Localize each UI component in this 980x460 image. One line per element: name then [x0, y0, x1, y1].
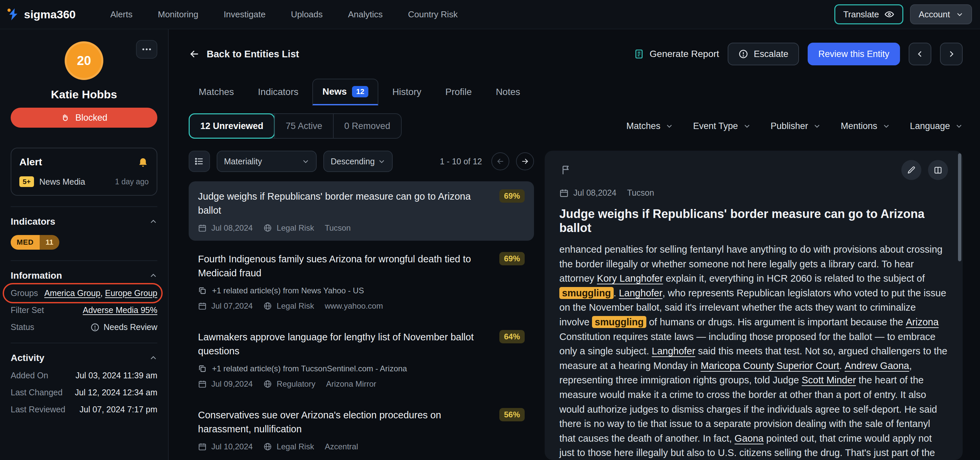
chevron-up-icon[interactable] [150, 272, 158, 280]
chevron-down-icon [302, 158, 309, 165]
entity-link[interactable]: Andrew Gaona [845, 360, 909, 371]
language-filter-dropdown[interactable]: Language [910, 121, 963, 131]
alert-count-badge: 5+ [19, 176, 34, 187]
filter-dropdowns: Matches Event Type Publisher Mentions La… [626, 121, 963, 131]
added-on-value: Jul 03, 2024 11:39 am [75, 371, 158, 380]
news-item[interactable]: Conservatives sue over Arizona's electio… [189, 400, 534, 459]
status-value: Needs Review [90, 322, 158, 332]
chevron-up-icon[interactable] [150, 354, 158, 362]
sort-field-value: Materiality [224, 157, 262, 166]
tab-news[interactable]: News 12 [312, 79, 378, 105]
nav-item-country-risk[interactable]: Country Risk [408, 10, 458, 20]
review-entity-button[interactable]: Review this Entity [808, 43, 900, 65]
materiality-score-badge: 69% [500, 252, 525, 265]
article-text: . [614, 288, 619, 298]
account-button[interactable]: Account [910, 4, 972, 24]
tab-matches[interactable]: Matches [189, 80, 244, 105]
next-entity-button[interactable] [940, 43, 963, 65]
sigma360-logo-icon [7, 8, 20, 21]
calendar-icon [198, 442, 207, 451]
group-link-europe[interactable]: Europe Group [105, 288, 158, 298]
list-view-button[interactable] [189, 151, 210, 172]
last-reviewed-value: Jul 07, 2024 7:17 pm [80, 405, 158, 414]
top-navbar: sigma360 Alerts Monitoring Investigate U… [0, 0, 980, 29]
news-list-panel: Materiality Descending 1 - 10 of 12 [189, 151, 534, 460]
entity-link[interactable]: Maricopa County Superior Court [701, 360, 839, 371]
nav-item-monitoring[interactable]: Monitoring [158, 10, 198, 20]
filter-set-link[interactable]: Adverse Media 95% [83, 305, 158, 315]
news-item-title: Lawmakers approve language for lengthy l… [198, 330, 492, 358]
entity-link[interactable]: Gaona [735, 433, 764, 444]
segment-removed[interactable]: 0 Removed [333, 114, 401, 138]
tab-profile[interactable]: Profile [435, 80, 482, 105]
tab-indicators[interactable]: Indicators [248, 80, 308, 105]
related-articles-icon [198, 287, 207, 295]
alert-time: 1 day ago [115, 177, 149, 186]
sort-field-select[interactable]: Materiality [217, 151, 317, 172]
previous-page-button[interactable] [492, 152, 509, 170]
translate-button[interactable]: Translate [834, 4, 903, 24]
escalate-button[interactable]: Escalate [728, 43, 799, 65]
news-item[interactable]: Lawmakers approve language for lengthy l… [189, 322, 534, 397]
eye-icon [885, 10, 894, 19]
highlighted-term: smuggling [559, 287, 614, 299]
tab-history[interactable]: History [382, 80, 431, 105]
entity-link[interactable]: Langhofer [619, 288, 663, 298]
segment-unreviewed[interactable]: 12 Unreviewed [189, 113, 275, 138]
related-articles-row[interactable]: +1 related article(s) from News Yahoo - … [198, 286, 525, 295]
chevron-down-icon [743, 123, 751, 130]
tab-notes[interactable]: Notes [486, 80, 530, 105]
nav-item-analytics[interactable]: Analytics [348, 10, 383, 20]
med-indicator-pill[interactable]: MED 11 [11, 235, 59, 250]
related-articles-row[interactable]: +1 related article(s) from TucsonSentine… [198, 364, 525, 373]
blocked-status-button[interactable]: Blocked [11, 108, 158, 128]
entity-link[interactable]: Arizona [906, 317, 939, 327]
activity-row-reviewed: Last Reviewed Jul 07, 2024 7:17 pm [11, 405, 158, 414]
article-text: of humans or drugs. His argument is impo… [646, 317, 906, 327]
activity-row-added: Added On Jul 03, 2024 11:39 am [11, 371, 158, 380]
review-status-segments: 12 Unreviewed 75 Active 0 Removed [189, 113, 402, 138]
news-item-title: Fourth Indigenous family sues Arizona fo… [198, 252, 492, 280]
ellipsis-icon [142, 48, 151, 51]
chevron-down-icon [956, 11, 963, 18]
news-item-source: Azcentral [325, 442, 358, 451]
group-link-america[interactable]: America Group [45, 288, 100, 298]
nav-item-alerts[interactable]: Alerts [110, 10, 132, 20]
nav-item-investigate[interactable]: Investigate [224, 10, 266, 20]
news-item[interactable]: Fourth Indigenous family sues Arizona fo… [189, 244, 534, 319]
brand-logo[interactable]: sigma360 [7, 8, 76, 21]
nav-item-uploads[interactable]: Uploads [291, 10, 323, 20]
related-articles-label: +1 related article(s) from TucsonSentine… [212, 364, 407, 373]
flag-article-button[interactable] [559, 163, 573, 177]
event-type-filter-label: Event Type [693, 121, 738, 131]
news-item[interactable]: Judge weighs if Republicans' border meas… [189, 181, 534, 241]
groups-label: Groups [11, 288, 38, 298]
sidebar-more-button[interactable] [136, 40, 158, 59]
alert-circle-icon [90, 323, 100, 332]
segment-active[interactable]: 75 Active [274, 114, 333, 138]
event-type-filter-dropdown[interactable]: Event Type [693, 121, 751, 131]
next-page-button[interactable] [516, 152, 534, 170]
edit-article-button[interactable] [901, 160, 921, 180]
news-item-title: Judge weighs if Republicans' border meas… [198, 189, 492, 217]
scrollbar-thumb[interactable] [958, 153, 961, 261]
back-to-entities-button[interactable]: Back to Entities List [189, 48, 299, 60]
layout-view-button[interactable] [928, 160, 948, 180]
mentions-filter-dropdown[interactable]: Mentions [841, 121, 890, 131]
matches-filter-dropdown[interactable]: Matches [626, 121, 673, 131]
entity-link[interactable]: Kory Langhofer [597, 273, 663, 284]
med-count: 11 [40, 235, 59, 250]
sort-order-select[interactable]: Descending [323, 151, 393, 172]
previous-entity-button[interactable] [908, 43, 931, 65]
article-meta: Jul 08,2024 Tucson [559, 188, 948, 198]
chevron-up-icon[interactable] [150, 218, 158, 226]
entity-link[interactable]: Langhofer [652, 346, 695, 357]
publisher-filter-dropdown[interactable]: Publisher [771, 121, 821, 131]
tab-news-count-badge: 12 [352, 86, 368, 97]
globe-icon [263, 380, 272, 388]
review-label: Review this Entity [818, 49, 889, 59]
entity-link[interactable]: Scott Minder [802, 375, 856, 385]
generate-report-button[interactable]: Generate Report [634, 49, 719, 59]
alert-card[interactable]: Alert 5+ News Media 1 day ago [11, 148, 158, 196]
translate-label: Translate [843, 10, 879, 20]
